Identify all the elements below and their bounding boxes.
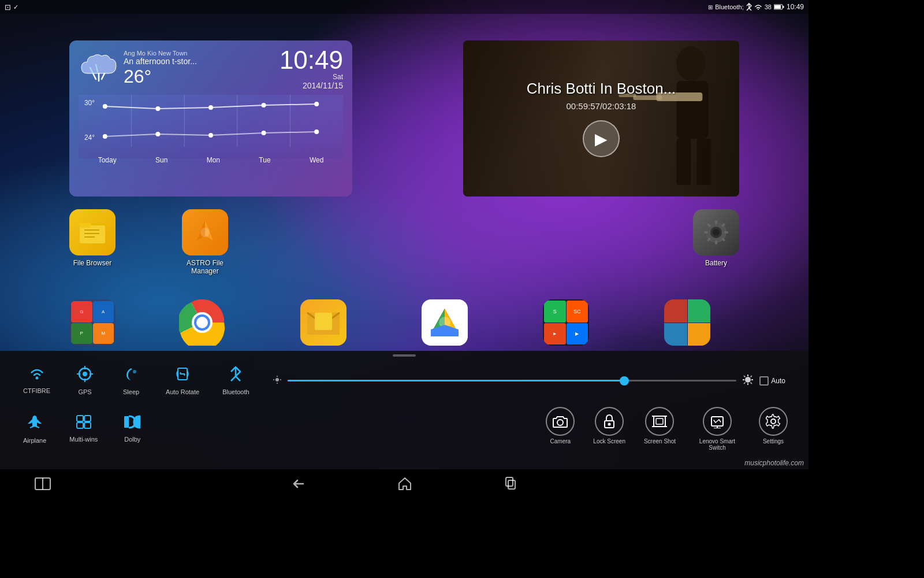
svg-point-15 — [208, 133, 213, 138]
bluetooth-status-icon — [746, 3, 752, 11]
weather-cloud-icon — [79, 47, 119, 90]
app-astro[interactable]: ASTRO File Manager — [179, 209, 231, 275]
svg-rect-1 — [774, 5, 781, 9]
home-button[interactable] — [386, 472, 423, 499]
music-play-button[interactable]: ▶ — [583, 120, 620, 157]
screenshot-action-label: Screen Shot — [644, 438, 676, 444]
settings-action-label: Settings — [763, 438, 784, 444]
status-left-icons: ⊡ ✓ — [5, 3, 18, 12]
bluetooth-icon: Bluetooth; — [715, 3, 744, 10]
weather-widget[interactable]: Ang Mo Kio New Town An afternoon t-stor.… — [69, 40, 352, 197]
astro-label: ASTRO File Manager — [179, 259, 231, 275]
svg-line-68 — [184, 374, 185, 376]
qs-action-lockscreen[interactable]: Lock Screen — [584, 405, 635, 453]
svg-point-14 — [155, 132, 160, 136]
svg-line-80 — [751, 382, 752, 384]
svg-rect-30 — [80, 223, 90, 228]
qs-action-lenovo-switch[interactable]: Lenovo Smart Switch — [685, 405, 750, 453]
quick-settings-panel: CTFIBRE GPS — [0, 351, 808, 469]
cast-status-icon: ⊞ — [708, 4, 713, 10]
nav-center-buttons — [280, 472, 528, 499]
qs-action-camera[interactable]: Camera — [536, 405, 584, 453]
svg-rect-107 — [506, 477, 513, 486]
weather-day-sun: Sun — [155, 156, 167, 164]
watermark: musicphotolife.com — [744, 459, 804, 467]
svg-rect-42 — [724, 231, 728, 234]
brightness-thumb[interactable] — [620, 376, 629, 386]
svg-rect-29 — [80, 225, 105, 243]
app-battery[interactable]: Battery — [693, 209, 739, 267]
svg-rect-84 — [84, 416, 91, 421]
lockscreen-action-label: Lock Screen — [593, 438, 625, 444]
svg-rect-86 — [84, 423, 91, 428]
settings-action-icon — [759, 407, 788, 436]
svg-line-82 — [744, 382, 746, 384]
weather-location: Ang Mo Kio New Town — [124, 50, 197, 57]
svg-point-74 — [745, 377, 751, 383]
svg-point-69 — [275, 378, 279, 381]
wifi-icon — [754, 3, 762, 10]
qs-action-screenshot[interactable]: Screen Shot — [635, 405, 685, 453]
drag-handle[interactable] — [393, 354, 416, 357]
svg-point-12 — [314, 102, 319, 106]
wifi-toggle-icon — [29, 366, 45, 385]
qs-action-settings[interactable]: Settings — [750, 405, 797, 453]
app-email[interactable] — [300, 299, 346, 346]
qs-row-2: Airplane Multi-wins — [0, 401, 808, 457]
weather-day-mon: Mon — [207, 156, 220, 164]
auto-rotate-toggle-icon — [174, 366, 191, 386]
qs-toggle-multiwins[interactable]: Multi-wins — [58, 412, 109, 446]
weather-top: Ang Mo Kio New Town An afternoon t-stor.… — [79, 47, 343, 90]
qs-toggle-gps[interactable]: GPS — [62, 364, 108, 398]
brightness-high-icon — [742, 374, 754, 388]
back-button[interactable] — [280, 472, 317, 499]
qs-actions-group: Camera Lock Screen — [536, 405, 797, 453]
svg-rect-2 — [783, 6, 784, 8]
media-folder-icon: S SC ► ▶ — [543, 299, 589, 346]
svg-point-16 — [262, 131, 266, 135]
status-time: 10:49 — [787, 3, 804, 11]
app-photos[interactable] — [422, 299, 468, 346]
pics-folder-icon — [664, 299, 710, 346]
file-browser-label: File Browser — [73, 259, 112, 267]
music-player[interactable]: Chris Botti In Boston... 00:59:57/02:03:… — [463, 40, 739, 197]
qs-toggle-bluetooth[interactable]: Bluetooth — [211, 364, 260, 398]
auto-brightness-control[interactable]: Auto — [759, 376, 785, 386]
file-browser-icon — [69, 209, 116, 255]
qs-toggle-dolby[interactable]: Dolby — [109, 412, 155, 446]
battery-icon — [774, 4, 784, 10]
app-folder-1[interactable]: G A P M — [69, 299, 116, 346]
music-title: Chris Botti In Boston... — [527, 80, 676, 98]
app-pics-folder[interactable] — [664, 299, 710, 346]
qs-toggle-airplane[interactable]: Airplane — [12, 412, 58, 446]
airplane-toggle-icon — [27, 414, 43, 435]
svg-point-89 — [557, 420, 563, 425]
folder-1-icon: G A P M — [69, 299, 116, 346]
qs-toggle-ctfibre[interactable]: CTFIBRE — [12, 364, 62, 398]
svg-line-67 — [180, 372, 181, 374]
auto-checkbox[interactable] — [759, 376, 769, 386]
svg-point-36 — [200, 228, 210, 237]
music-overlay: Chris Botti In Boston... 00:59:57/02:03:… — [463, 40, 739, 197]
weather-day-today: Today — [98, 156, 117, 164]
app-media-folder[interactable]: S SC ► ▶ — [543, 299, 589, 346]
app-file-browser[interactable]: File Browser — [69, 209, 116, 267]
lockscreen-action-icon — [595, 407, 624, 436]
svg-rect-93 — [656, 418, 663, 424]
app-chrome[interactable] — [179, 299, 225, 346]
split-screen-button[interactable] — [23, 473, 62, 498]
music-time: 00:59:57/02:03:18 — [567, 101, 636, 111]
qs-toggle-sleep[interactable]: Sleep — [108, 364, 154, 398]
recents-button[interactable] — [493, 472, 528, 499]
astro-icon — [182, 209, 228, 255]
weather-clock: 10:49 — [280, 47, 343, 73]
ctfibre-label: CTFIBRE — [23, 387, 50, 394]
music-current-time: 00:59:57 — [567, 101, 600, 111]
dolby-label: Dolby — [124, 436, 140, 443]
status-bar: ⊡ ✓ ⊞ Bluetooth; 38 10:49 — [0, 0, 808, 14]
weather-day-tue: Tue — [259, 156, 270, 164]
brightness-bar[interactable] — [288, 380, 737, 381]
qs-toggle-auto-rotate[interactable]: Auto Rotate — [154, 364, 211, 398]
bluetooth-toggle-icon — [230, 366, 241, 386]
lenovo-switch-action-label: Lenovo Smart Switch — [694, 438, 740, 451]
